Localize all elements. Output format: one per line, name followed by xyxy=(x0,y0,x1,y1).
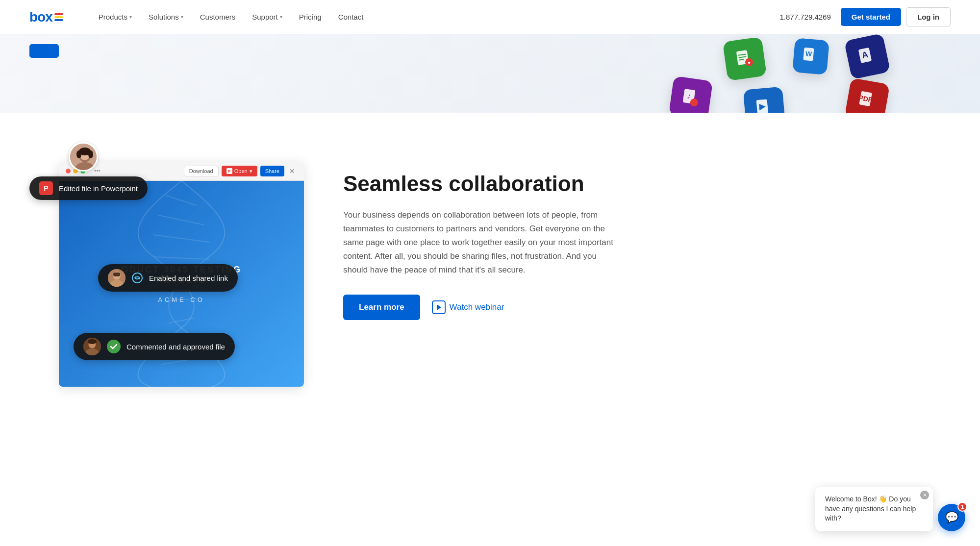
nav-links: Products ▾ Solutions ▾ Customers Support… xyxy=(93,9,841,25)
svg-line-27 xyxy=(153,257,210,259)
check-icon xyxy=(107,340,121,353)
file-icon-purple: ♪ xyxy=(669,76,713,113)
main-content: ••• Download P Open ▾ Share ✕ xyxy=(0,113,980,495)
avatar-woman2 xyxy=(83,338,101,355)
demo-slide: ODUCT 3045 TESTING RESULTS ACME CO xyxy=(59,181,304,387)
svg-text:W: W xyxy=(805,50,812,58)
hero-area: ● W A ♪ ▶ PDF xyxy=(0,34,980,113)
close-button[interactable]: ✕ xyxy=(287,166,297,176)
svg-line-25 xyxy=(158,215,204,225)
link-icon xyxy=(131,272,143,284)
chat-widget: ✕ Welcome to Box! 👋 Do you have any ques… xyxy=(815,487,965,531)
svg-rect-37 xyxy=(113,273,120,276)
ppt-icon: P xyxy=(39,181,53,195)
chat-bubble: ✕ Welcome to Box! 👋 Do you have any ques… xyxy=(815,487,933,531)
logo-flag xyxy=(54,13,63,21)
logo-text: box xyxy=(29,9,52,25)
titlebar-dots-menu: ••• xyxy=(94,168,101,174)
login-button[interactable]: Log in xyxy=(906,7,951,26)
logo[interactable]: box xyxy=(29,9,63,25)
play-triangle-icon xyxy=(437,304,441,310)
chat-icon: 💬 xyxy=(945,511,958,524)
file-icon-blue2: A xyxy=(844,34,891,79)
avatar-man xyxy=(108,269,126,287)
file-icon-green: ● xyxy=(723,37,767,81)
nav-phone: 1.877.729.4269 xyxy=(780,13,831,21)
chat-badge: 1 xyxy=(957,502,967,512)
avatar-woman-top xyxy=(69,142,98,172)
svg-line-26 xyxy=(153,235,210,242)
left-demo: ••• Download P Open ▾ Share ✕ xyxy=(29,132,304,387)
see-demo-button[interactable] xyxy=(29,44,59,58)
nav-item-customers[interactable]: Customers xyxy=(194,9,242,25)
file-icon-red: PDF xyxy=(845,78,890,113)
ppt-icon-small: P xyxy=(226,168,232,174)
learn-more-button[interactable]: Learn more xyxy=(343,295,420,320)
svg-point-38 xyxy=(132,273,142,283)
notification-approved: Commented and approved file xyxy=(74,333,235,360)
nav-item-solutions[interactable]: Solutions ▾ xyxy=(143,9,189,25)
play-icon-box xyxy=(432,300,446,314)
navbar: box Products ▾ Solutions ▾ Customers Sup… xyxy=(0,0,980,34)
share-button[interactable]: Share xyxy=(260,166,284,176)
notification-edited-ppt: P Edited file in Powerpoint xyxy=(29,176,148,200)
chat-open-button[interactable]: 💬 1 xyxy=(938,504,965,531)
svg-point-22 xyxy=(76,150,81,158)
watch-webinar-button[interactable]: Watch webinar xyxy=(432,300,504,314)
open-button[interactable]: P Open ▾ xyxy=(222,166,257,176)
chevron-down-icon: ▾ xyxy=(280,14,282,20)
file-icon-blue1: W xyxy=(792,38,829,75)
right-content: Seamless collaboration Your business dep… xyxy=(343,132,618,320)
collab-title: Seamless collaboration xyxy=(343,172,618,197)
titlebar-actions: Download P Open ▾ Share ✕ xyxy=(184,166,297,176)
file-icon-blue3: ▶ xyxy=(743,87,786,113)
chevron-down-icon: ▾ xyxy=(181,14,183,20)
download-button[interactable]: Download xyxy=(184,166,219,176)
svg-point-43 xyxy=(88,339,97,344)
dot-red xyxy=(66,169,71,174)
svg-line-24 xyxy=(166,196,197,205)
nav-item-contact[interactable]: Contact xyxy=(332,9,370,25)
nav-item-products[interactable]: Products ▾ xyxy=(93,9,138,25)
cta-row: Learn more Watch webinar xyxy=(343,295,618,320)
notification-shared-link: Enabled and shared link xyxy=(98,264,238,292)
chevron-down-icon: ▾ xyxy=(129,14,132,20)
svg-point-23 xyxy=(88,150,93,158)
nav-item-support[interactable]: Support ▾ xyxy=(246,9,288,25)
get-started-button[interactable]: Get started xyxy=(841,8,901,26)
floating-icons: ● W A ♪ ▶ PDF xyxy=(637,34,980,113)
svg-point-44 xyxy=(108,341,120,352)
chat-close-button[interactable]: ✕ xyxy=(920,491,929,499)
nav-item-pricing[interactable]: Pricing xyxy=(293,9,327,25)
collab-description: Your business depends on collaboration b… xyxy=(343,208,618,277)
